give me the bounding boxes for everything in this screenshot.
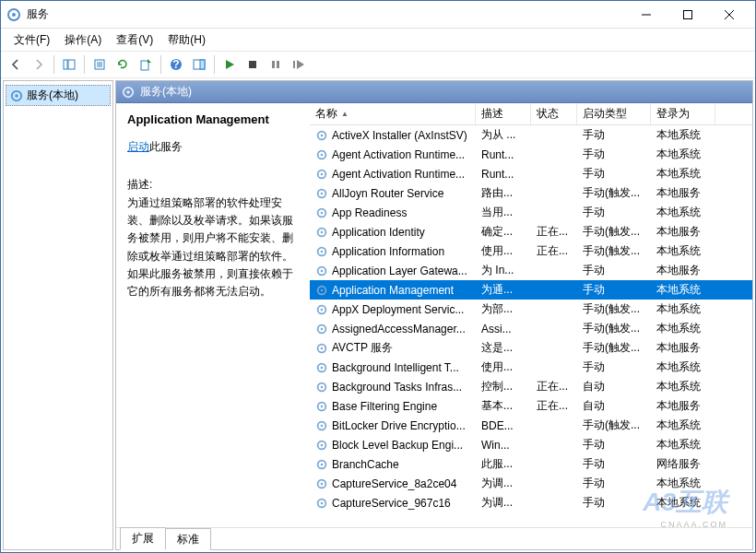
cell-start: 手动(触发... xyxy=(577,224,651,240)
table-row[interactable]: Block Level Backup Engi...Win...手动本地系统 xyxy=(310,435,752,454)
svg-point-42 xyxy=(321,288,324,291)
cell-start: 手动 xyxy=(577,205,651,220)
tab-standard[interactable]: 标准 xyxy=(165,528,211,550)
pane-content: Application Management 启动此服务 描述: 为通过组策略部… xyxy=(116,103,752,527)
forward-button[interactable] xyxy=(28,53,50,76)
titlebar[interactable]: 服务 xyxy=(1,1,755,29)
window-controls xyxy=(625,2,750,28)
back-button[interactable] xyxy=(5,53,27,76)
col-start[interactable]: 启动类型 xyxy=(577,103,651,124)
toolbar: ? xyxy=(1,51,755,78)
cell-desc: 控制... xyxy=(476,379,531,394)
cell-logon: 本地服务 xyxy=(651,398,715,414)
export-button[interactable] xyxy=(135,53,157,76)
show-hide-tree-button[interactable] xyxy=(58,53,80,76)
table-row[interactable]: Background Tasks Infras...控制...正在...自动本地… xyxy=(310,377,752,396)
start-suffix: 此服务 xyxy=(149,140,183,153)
svg-point-1 xyxy=(12,13,16,17)
table-row[interactable]: Background Intelligent T...使用...手动本地系统 xyxy=(310,358,752,377)
table-row[interactable]: Application Management为通...手动本地系统 xyxy=(310,280,752,300)
cell-logon: 网络服务 xyxy=(651,456,715,472)
col-desc[interactable]: 描述 xyxy=(476,103,531,124)
cell-name: Application Management xyxy=(310,284,476,297)
cell-desc: 为调... xyxy=(476,476,531,491)
toolbar-separator xyxy=(214,55,215,74)
table-row[interactable]: CaptureService_8a2ce04为调...手动本地系统 xyxy=(310,474,752,493)
minimize-button[interactable] xyxy=(625,2,667,28)
col-logon[interactable]: 登录为 xyxy=(651,103,715,124)
cell-desc: 确定... xyxy=(476,224,531,240)
close-button[interactable] xyxy=(708,2,750,28)
table-row[interactable]: ActiveX Installer (AxInstSV)为从 ...手动本地系统 xyxy=(310,125,752,145)
cell-logon: 本地服务 xyxy=(651,263,715,278)
table-row[interactable]: AllJoyn Router Service路由...手动(触发...本地服务 xyxy=(310,183,752,203)
cell-name: AllJoyn Router Service xyxy=(310,187,476,200)
list-body[interactable]: ActiveX Installer (AxInstSV)为从 ...手动本地系统… xyxy=(310,125,752,527)
cell-logon: 本地系统 xyxy=(651,437,715,453)
svg-point-54 xyxy=(321,405,324,407)
cell-start: 手动(触发... xyxy=(577,418,651,433)
table-row[interactable]: BitLocker Drive Encryptio...BDE...手动(触发.… xyxy=(310,416,752,435)
table-row[interactable]: AssignedAccessManager...Assi...手动(触发...本… xyxy=(310,319,752,338)
cell-desc: 为调... xyxy=(476,495,531,511)
help-button[interactable]: ? xyxy=(165,53,187,76)
service-list: 名称▲ 描述 状态 启动类型 登录为 ActiveX Installer (Ax… xyxy=(310,103,752,527)
console-tree[interactable]: 服务(本地) xyxy=(3,80,113,550)
pause-service-button[interactable] xyxy=(265,53,287,76)
table-row[interactable]: BranchCache此服...手动网络服务 xyxy=(310,454,752,474)
menu-view[interactable]: 查看(V) xyxy=(111,30,159,50)
desc-text: 为通过组策略部署的软件处理安装、删除以及枚举请求。如果该服务被禁用，则用户将不能… xyxy=(127,194,299,300)
cell-start: 手动 xyxy=(577,147,651,162)
table-row[interactable]: Application Information使用...正在...手动(触发..… xyxy=(310,241,752,261)
svg-point-24 xyxy=(126,90,130,94)
cell-start: 手动 xyxy=(577,282,651,298)
cell-name: BranchCache xyxy=(310,458,476,471)
services-icon xyxy=(122,86,135,99)
cell-desc: 为从 ... xyxy=(476,127,531,143)
window-title: 服务 xyxy=(27,6,625,22)
svg-rect-3 xyxy=(683,10,691,18)
cell-desc: 当用... xyxy=(476,205,531,220)
menu-help[interactable]: 帮助(H) xyxy=(162,30,211,50)
menu-action[interactable]: 操作(A) xyxy=(59,30,107,50)
maximize-button[interactable] xyxy=(667,2,708,28)
svg-point-46 xyxy=(321,327,324,330)
start-service-link[interactable]: 启动 xyxy=(127,140,149,153)
table-row[interactable]: CaptureService_967c16为调...手动本地系统 xyxy=(310,493,752,512)
services-icon xyxy=(10,89,23,102)
table-row[interactable]: Application Layer Gatewa...为 In...手动本地服务 xyxy=(310,261,752,280)
cell-logon: 本地系统 xyxy=(651,301,715,317)
table-row[interactable]: Base Filtering Engine基本...正在...自动本地服务 xyxy=(310,396,752,416)
table-row[interactable]: Application Identity确定...正在...手动(触发...本地… xyxy=(310,222,752,241)
refresh-button[interactable] xyxy=(112,53,134,76)
start-service-button[interactable] xyxy=(219,53,241,76)
col-name[interactable]: 名称▲ xyxy=(310,103,476,124)
cell-desc: 基本... xyxy=(476,398,531,414)
cell-state: 正在... xyxy=(531,243,577,259)
desc-label: 描述: xyxy=(127,177,299,193)
restart-service-button[interactable] xyxy=(288,53,310,76)
properties-button[interactable] xyxy=(89,53,111,76)
svg-point-40 xyxy=(321,269,324,272)
cell-start: 自动 xyxy=(577,398,651,414)
tree-node-services-local[interactable]: 服务(本地) xyxy=(6,85,111,106)
tab-extended[interactable]: 扩展 xyxy=(120,527,166,550)
table-row[interactable]: AVCTP 服务这是...手动(触发...本地服务 xyxy=(310,338,752,358)
pane-header: 服务(本地) xyxy=(116,81,752,103)
menubar: 文件(F) 操作(A) 查看(V) 帮助(H) xyxy=(1,29,755,51)
table-row[interactable]: Agent Activation Runtime...Runt...手动本地系统 xyxy=(310,145,752,164)
toolbar-separator xyxy=(53,55,54,74)
svg-rect-19 xyxy=(277,61,279,68)
col-state[interactable]: 状态 xyxy=(531,103,577,124)
table-row[interactable]: Agent Activation Runtime...Runt...手动本地系统 xyxy=(310,164,752,183)
table-row[interactable]: AppX Deployment Servic...为部...手动(触发...本地… xyxy=(310,300,752,319)
stop-service-button[interactable] xyxy=(242,53,264,76)
cell-desc: 此服... xyxy=(476,456,531,472)
menu-file[interactable]: 文件(F) xyxy=(8,30,55,50)
cell-desc: Runt... xyxy=(476,168,531,181)
cell-name: Application Identity xyxy=(310,226,476,239)
action-pane-button[interactable] xyxy=(188,53,210,76)
table-row[interactable]: App Readiness当用...手动本地系统 xyxy=(310,203,752,222)
toolbar-separator xyxy=(84,55,85,74)
cell-logon: 本地系统 xyxy=(651,418,715,433)
